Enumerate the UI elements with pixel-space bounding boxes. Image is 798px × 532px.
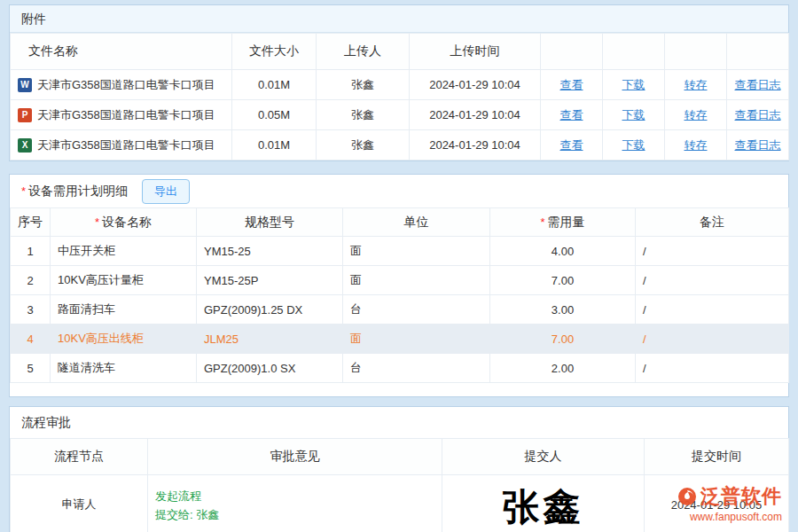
transfer-link[interactable]: 转存 [685, 78, 708, 91]
required-asterisk: * [95, 215, 99, 229]
opinion-line-initiate: 发起流程 [155, 487, 442, 505]
attachment-row: P 天津市G358国道路口电警卡口项目 0.05M 张鑫 2024-01-29 … [11, 100, 789, 130]
col-header-approval-opinion: 审批意见 [148, 439, 442, 475]
col-header-unit: 单位 [343, 208, 490, 237]
transfer-link[interactable]: 转存 [685, 108, 708, 121]
remark: / [636, 237, 789, 266]
equipment-table: 序号 *设备名称 规格型号 单位 *需用量 备注 1 中压开关柜 YM15-25… [10, 207, 789, 383]
file-name: 天津市G358国道路口电警卡口项目 [37, 107, 215, 123]
file-name: 天津市G358国道路口电警卡口项目 [37, 137, 215, 153]
remark: / [636, 325, 789, 354]
required-qty: 4.00 [490, 237, 636, 266]
approval-row: 申请人 发起流程 提交给: 张鑫 张鑫 2024-01-29 10:05 [11, 475, 789, 532]
file-name: 天津市G358国道路口电警卡口项目 [37, 77, 215, 93]
file-size: 0.05M [232, 100, 317, 130]
download-link[interactable]: 下载 [622, 78, 645, 91]
col-header-action-1 [541, 34, 603, 70]
uploader: 张鑫 [317, 100, 410, 130]
unit: 面 [343, 237, 490, 266]
view-log-link[interactable]: 查看日志 [735, 108, 781, 121]
unit: 台 [343, 295, 490, 325]
required-qty: 2.00 [490, 354, 636, 383]
col-header-action-2 [603, 34, 665, 70]
row-index: 5 [11, 354, 51, 383]
vendor-brand-name: 泛普软件 [700, 483, 782, 510]
remark: / [636, 266, 789, 295]
attachments-header-row: 文件名称 文件大小 上传人 上传时间 [11, 34, 789, 70]
attachment-row: X 天津市G358国道路口电警卡口项目 0.01M 张鑫 2024-01-29 … [11, 130, 789, 160]
approval-table: 流程节点 审批意见 提交人 提交时间 申请人 发起流程 提交给: 张鑫 张鑫 2… [10, 438, 789, 532]
upload-time: 2024-01-29 10:04 [410, 100, 541, 130]
excel-file-icon: X [18, 138, 32, 153]
col-header-file-name: 文件名称 [11, 34, 232, 70]
transfer-link[interactable]: 转存 [685, 138, 708, 152]
remark: / [636, 295, 789, 325]
col-header-equipment-name: *设备名称 [51, 208, 197, 237]
attachments-section-title: 附件 [10, 5, 788, 33]
row-index: 3 [11, 295, 51, 325]
view-link[interactable]: 查看 [560, 78, 583, 91]
equipment-row-selected[interactable]: 4 10KV高压出线柜 JLM25 面 7.00 / [11, 325, 789, 354]
col-header-index: 序号 [11, 208, 51, 237]
required-asterisk: * [540, 215, 544, 229]
col-header-action-4 [727, 34, 789, 70]
flow-node: 申请人 [11, 475, 148, 532]
equipment-row: 2 10KV高压计量柜 YM15-25P 面 7.00 / [11, 266, 789, 295]
powerpoint-file-icon: P [18, 108, 32, 122]
col-header-required-qty: *需用量 [490, 208, 636, 237]
equipment-row: 5 隧道清洗车 GPZ(2009)1.0 SX 台 2.00 / [11, 354, 789, 383]
attachment-row: W 天津市G358国道路口电警卡口项目 0.01M 张鑫 2024-01-29 … [11, 70, 789, 100]
word-file-icon: W [18, 78, 32, 92]
file-size: 0.01M [232, 70, 317, 100]
view-link[interactable]: 查看 [560, 138, 583, 152]
unit: 面 [343, 266, 490, 295]
equipment-section-header: * 设备需用计划明细 导出 [10, 175, 788, 207]
file-size: 0.01M [232, 130, 317, 160]
required-asterisk: * [21, 184, 26, 198]
col-header-flow-node: 流程节点 [11, 439, 148, 475]
view-link[interactable]: 查看 [560, 108, 583, 121]
unit: 台 [343, 354, 490, 383]
opinion-line-submit-to: 提交给: 张鑫 [155, 505, 442, 524]
col-header-uploader: 上传人 [317, 34, 410, 70]
equipment-name: 中压开关柜 [51, 237, 197, 266]
equipment-row: 1 中压开关柜 YM15-25 面 4.00 / [11, 237, 789, 266]
download-link[interactable]: 下载 [622, 138, 645, 152]
spec-model: JLM25 [197, 325, 343, 354]
col-header-action-3 [665, 34, 727, 70]
view-log-link[interactable]: 查看日志 [735, 78, 781, 91]
col-header-spec-model: 规格型号 [197, 208, 343, 237]
vendor-url: www.fanpusoft.com [690, 511, 782, 523]
col-header-upload-time: 上传时间 [410, 34, 541, 70]
uploader: 张鑫 [317, 130, 410, 160]
attachments-table: 文件名称 文件大小 上传人 上传时间 W 天津市G358国道路口电警卡口项目 0… [10, 33, 789, 160]
col-header-submitter: 提交人 [442, 439, 645, 475]
spec-model: YM15-25P [197, 266, 343, 295]
vendor-watermark: 泛普软件 www.fanpusoft.com [677, 483, 782, 523]
fanpu-logo-icon [677, 487, 697, 506]
download-link[interactable]: 下载 [622, 108, 645, 121]
required-qty: 7.00 [490, 325, 636, 354]
spec-model: GPZ(2009)1.25 DX [197, 295, 343, 325]
remark: / [636, 354, 789, 383]
col-header-remark: 备注 [636, 208, 789, 237]
export-button[interactable]: 导出 [142, 179, 190, 204]
upload-time: 2024-01-29 10:04 [410, 70, 541, 100]
equipment-name: 路面清扫车 [51, 295, 197, 325]
approval-flow-section: 流程审批 流程节点 审批意见 提交人 提交时间 申请人 发起流程 提交给: 张鑫… [9, 406, 789, 532]
required-qty: 3.00 [490, 295, 636, 325]
unit: 面 [343, 325, 490, 354]
required-qty: 7.00 [490, 266, 636, 295]
approval-header-row: 流程节点 审批意见 提交人 提交时间 [11, 439, 789, 475]
equipment-row: 3 路面清扫车 GPZ(2009)1.25 DX 台 3.00 / [11, 295, 789, 325]
spec-model: GPZ(2009)1.0 SX [197, 354, 343, 383]
attachments-section: 附件 文件名称 文件大小 上传人 上传时间 W 天津市G358国道路口电警卡口项… [9, 4, 789, 161]
uploader: 张鑫 [317, 70, 410, 100]
col-header-submit-time: 提交时间 [645, 439, 789, 475]
spec-model: YM15-25 [197, 237, 343, 266]
submitter-signature: 张鑫 [442, 475, 645, 532]
view-log-link[interactable]: 查看日志 [735, 138, 781, 152]
equipment-section-title: 设备需用计划明细 [28, 184, 128, 200]
upload-time: 2024-01-29 10:04 [410, 130, 541, 160]
row-index: 1 [11, 237, 51, 266]
